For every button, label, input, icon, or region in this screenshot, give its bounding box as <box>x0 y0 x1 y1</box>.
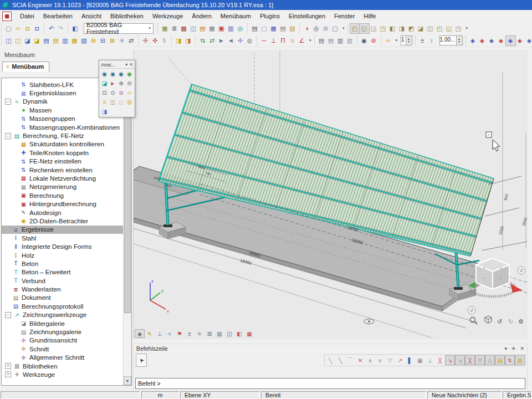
tree-item[interactable]: ▤ Zeichnungsgalerie <box>2 328 131 336</box>
tree-expander[interactable]: − <box>5 99 11 105</box>
scrollbar-down-icon[interactable]: ▼ <box>124 376 131 385</box>
toolbar-icon[interactable]: ◄ <box>226 36 236 45</box>
toolbar-overflow-icon[interactable]: ▾ <box>394 38 400 43</box>
viewport-tool-icon[interactable]: ◈ <box>135 329 145 338</box>
menu-item[interactable]: Datei <box>16 13 39 19</box>
toolbar-icon[interactable]: ◈ <box>478 36 487 45</box>
toolbar-icon[interactable]: ◨ <box>174 36 183 45</box>
menu-item[interactable]: Bibliotheken <box>106 13 148 19</box>
tree-item[interactable]: ∪ Ergebnisse <box>2 226 131 234</box>
toolbar-icon[interactable]: ▤ <box>42 36 51 45</box>
toolbar-icon[interactable]: ⊟ <box>98 36 108 45</box>
snap-mode-icon[interactable]: ↗ <box>395 355 405 365</box>
menu-item[interactable]: Bearbeiten <box>39 13 77 19</box>
view-tool-icon[interactable]: ◉ <box>109 70 117 78</box>
toolbar-icon[interactable]: ◩ <box>407 24 416 33</box>
snap-mode-icon[interactable]: ∨ <box>375 355 385 365</box>
menu-item[interactable]: Hilfe <box>359 13 380 19</box>
toolbar-icon[interactable]: ↶ <box>47 24 56 33</box>
toolbar-icon[interactable]: ◨ <box>397 24 407 33</box>
tree-item[interactable]: T Beton <box>2 259 131 268</box>
tab-menubaum[interactable]: ≡ Menübaum <box>2 62 49 72</box>
toolbar-icon[interactable]: ◪ <box>23 36 32 45</box>
status-messages[interactable]: Neue Nachrichten (2) <box>427 391 502 399</box>
tree-item[interactable]: ▦ Strukturdaten kontrollieren <box>2 140 131 149</box>
tree-item[interactable]: I Stahl <box>2 234 131 242</box>
toolbar-icon[interactable]: ▤ <box>326 36 336 45</box>
view-tool-icon[interactable]: ⊖ <box>125 79 134 88</box>
toolbar-icon[interactable]: ✣ <box>236 36 245 45</box>
view-tool-icon[interactable]: ▱ <box>125 89 134 97</box>
snap-mode-icon[interactable]: ↯ <box>505 355 515 365</box>
tree-item[interactable]: ≣ Wanderlasten <box>2 285 131 293</box>
tree-item[interactable]: ⇅ Rechenkern einstellen <box>2 166 131 174</box>
toolbar-icon[interactable]: ↷ <box>56 24 65 33</box>
menu-item[interactable]: Plugins <box>255 13 284 19</box>
toolbar-icon[interactable]: ◱ <box>444 24 454 33</box>
toolbar-icon[interactable]: ⊥ <box>269 36 278 45</box>
status-results[interactable]: Ergebn.S <box>503 391 531 399</box>
tree-item[interactable]: ▦ Lokale Netzverdichtung <box>2 174 131 182</box>
toolbar-icon[interactable]: ◈ <box>487 36 497 45</box>
chevron-down-icon[interactable]: ▾ <box>125 62 127 67</box>
tree-item[interactable]: ✣ Grundrissansicht <box>2 336 131 345</box>
toolbar-icon[interactable]: ▦ <box>269 24 278 33</box>
toolbar-icon[interactable]: ▢ <box>330 24 340 33</box>
tree-item[interactable]: ▣ Berechnung <box>2 191 131 200</box>
toolbar-overflow-icon[interactable]: ▾ <box>464 26 470 30</box>
toolbar-icon[interactable]: ▤ <box>51 36 60 45</box>
tree-scrollbar[interactable]: ▼ <box>123 78 131 385</box>
scale-spinner[interactable]: 1 ▲▼ <box>401 35 412 45</box>
view-tool-icon[interactable]: ⊕ <box>117 79 125 88</box>
menu-item[interactable]: Werkzeuge <box>148 13 187 19</box>
tree-item[interactable]: ‖ Integrierte Design Forms <box>2 242 131 250</box>
toolbar-icon[interactable]: ◫ <box>426 24 435 33</box>
toolbar-icon[interactable]: ◫ <box>188 24 198 33</box>
toolbar-icon[interactable]: ◎ <box>311 24 321 33</box>
view-tool-icon[interactable]: ◫ <box>117 98 125 106</box>
toolbar-icon[interactable]: ◫ <box>13 36 23 45</box>
toolbar-icon[interactable]: ◈ <box>468 36 478 45</box>
snap-mode-icon[interactable]: ↘ <box>445 355 455 365</box>
snap-mode-icon[interactable]: ▤ <box>495 355 505 365</box>
tree-item[interactable]: ✣ Schnitt <box>2 345 131 353</box>
toolbar-icon[interactable]: ⇄ <box>126 36 136 45</box>
toolbar-icon[interactable]: ◳ <box>378 24 388 33</box>
tree-item[interactable]: ⇅ FE-Netz einstellen <box>2 157 131 166</box>
viewport-tool-icon[interactable]: ± <box>185 329 195 338</box>
toolbar-icon[interactable]: ▱ <box>383 36 393 45</box>
toolbar-icon[interactable]: ◈ <box>525 36 532 45</box>
view-palette[interactable]: Ansi... ▾ ✕ ◉◉◉◉◪►⊕⊖⊡⊙⊛▱¤◫◫Ⓑ◨ <box>99 60 135 117</box>
menu-item[interactable]: Menübaum <box>216 13 255 19</box>
toolbar-icon[interactable]: ◧ <box>388 24 397 33</box>
orbit-icon[interactable]: ↺ <box>468 306 475 314</box>
tree-expander[interactable]: − <box>5 312 11 318</box>
view-palette-titlebar[interactable]: Ansi... ▾ ✕ <box>99 60 135 69</box>
viewport-tool-icon[interactable]: ◧ <box>234 329 244 338</box>
toolbar-icon[interactable]: ▣ <box>217 24 226 33</box>
toolbar-icon[interactable]: ─ <box>259 36 269 45</box>
command-input[interactable]: Befehl > <box>135 378 525 389</box>
view-tool-icon[interactable]: ◫ <box>109 98 117 106</box>
toolbar-icon[interactable]: ↕ <box>427 36 437 45</box>
chevron-down-icon[interactable]: ▾ <box>149 26 151 30</box>
toolbar-icon[interactable]: ◑ <box>302 24 311 33</box>
tree-expander[interactable]: + <box>5 371 11 377</box>
snap-mode-icon[interactable]: ▦ <box>415 355 425 365</box>
project-combobox[interactable]: B20005 BAG Freistehend ▾ <box>84 23 154 34</box>
toolbar-icon[interactable]: ◱ <box>360 24 369 33</box>
toolbar-icon[interactable]: ✳ <box>117 36 126 45</box>
selection-cursor-button[interactable]: ➤ <box>136 354 147 367</box>
snap-mode-icon[interactable]: ▽ <box>385 355 395 365</box>
tree-item[interactable]: T Verbund <box>2 277 131 285</box>
snap-mode-icon[interactable]: ▽ <box>475 355 485 365</box>
toolbar-icon[interactable]: ▧ <box>79 36 89 45</box>
view-tool-icon[interactable]: ◉ <box>117 70 125 78</box>
factor-spinner[interactable]: 1.00... ▲▼ <box>439 35 463 45</box>
toolbar-icon[interactable]: ▥ <box>336 36 345 45</box>
snap-mode-icon[interactable]: ∧ <box>365 355 375 365</box>
toolbar-icon[interactable]: ⊠ <box>108 36 117 45</box>
toolbar-icon[interactable]: ▦ <box>70 36 79 45</box>
snap-mode-icon[interactable]: ↘ <box>455 355 465 365</box>
toolbar-icon[interactable]: ⊘ <box>369 36 378 45</box>
